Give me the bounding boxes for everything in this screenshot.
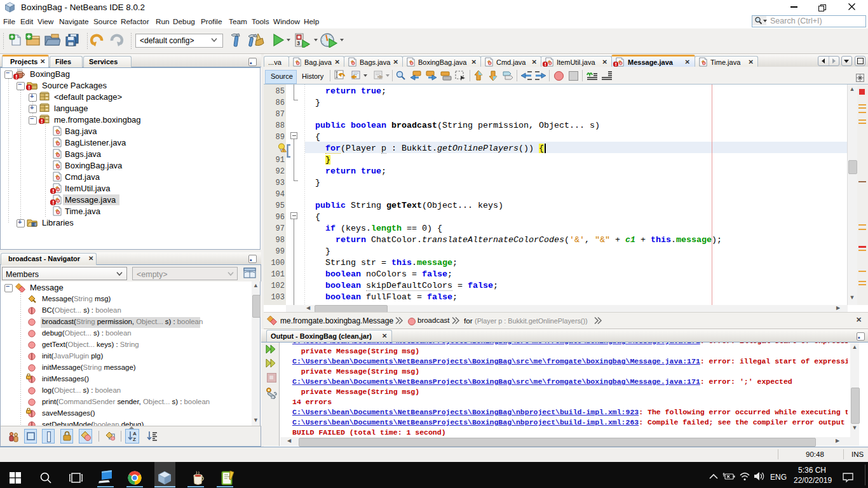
svg-text:Z: Z <box>133 437 136 442</box>
svg-text:A: A <box>133 431 137 437</box>
svg-text:3: 3 <box>297 40 300 46</box>
svg-text:!: ! <box>283 149 285 152</box>
